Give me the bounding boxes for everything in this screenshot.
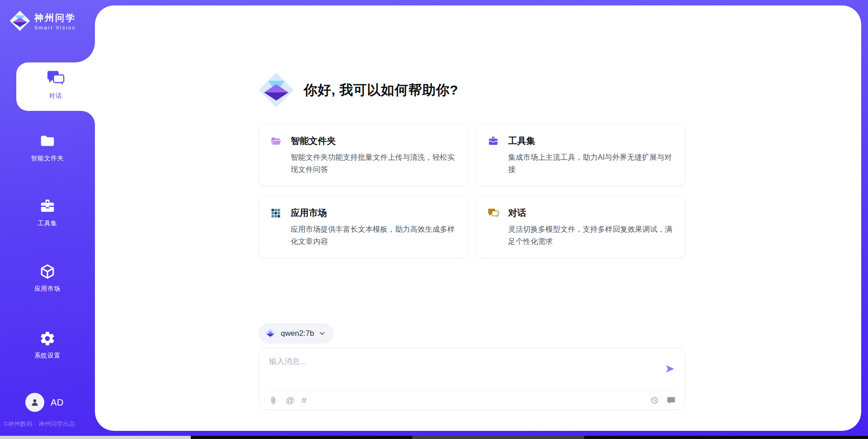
history-button[interactable] xyxy=(650,396,659,405)
sidebar-item-app-market[interactable]: 应用市场 xyxy=(0,263,95,293)
brand-name: 神州问学 xyxy=(34,12,76,24)
chat-icon xyxy=(487,208,499,219)
toolbox-icon xyxy=(0,198,95,216)
card-title: 工具集 xyxy=(508,135,535,147)
brand-subtitle: Smart Vision xyxy=(34,25,76,30)
card-description: 集成市场上主流工具，助力AI与外界无缝扩展与对接 xyxy=(508,151,674,175)
feature-cards: 智能文件夹 智能文件夹功能支持批量文件上传与清洗，轻松实现文件问答 工具集 集成… xyxy=(259,124,685,258)
folder-icon xyxy=(0,133,95,151)
sidebar-item-label: 应用市场 xyxy=(0,285,95,293)
greeting-title: 你好, 我可以如何帮助你? xyxy=(304,81,458,100)
message-input[interactable] xyxy=(269,357,653,366)
copyright-footer: ©神州数码 · 神州问学出品 xyxy=(4,420,94,428)
assistant-diamond-icon xyxy=(258,72,295,109)
card-title: 应用市场 xyxy=(291,207,327,219)
horizontal-scrollbar xyxy=(0,436,868,439)
card-description: 应用市场提供丰富长文本模板，助力高效生成多样化文章内容 xyxy=(291,223,457,247)
composer-toolbar-right xyxy=(642,396,676,405)
history-icon xyxy=(650,396,659,405)
card-description: 智能文件夹功能支持批量文件上传与清洗，轻松实现文件问答 xyxy=(291,151,457,175)
user-name: AD xyxy=(51,397,64,408)
briefcase-icon xyxy=(487,136,499,147)
sidebar-item-settings[interactable]: 系统设置 xyxy=(0,330,95,360)
card-title: 智能文件夹 xyxy=(291,135,336,147)
send-button[interactable] xyxy=(664,363,676,375)
main-panel: 你好, 我可以如何帮助你? 智能文件夹 智能文件夹功能支持批量文件上传与清洗，轻… xyxy=(95,5,861,431)
user-profile[interactable]: AD xyxy=(25,393,64,412)
topic-button[interactable]: # xyxy=(302,396,307,405)
brand: 神州问学 Smart Vision xyxy=(9,10,76,32)
paperclip-icon xyxy=(269,396,278,405)
chevron-down-icon xyxy=(319,330,326,337)
attach-button[interactable] xyxy=(269,396,278,405)
comment-icon xyxy=(666,396,676,405)
folder-icon xyxy=(270,136,282,147)
hash-icon: # xyxy=(302,396,307,405)
scrollbar-thumb[interactable] xyxy=(0,436,191,439)
sidebar: 神州问学 Smart Vision 对话 xyxy=(0,0,95,439)
person-icon xyxy=(29,397,40,408)
feedback-button[interactable] xyxy=(666,396,676,405)
model-diamond-icon xyxy=(265,328,276,339)
sidebar-item-label: 智能文件夹 xyxy=(0,154,95,162)
cube-icon xyxy=(0,263,95,282)
greeting: 你好, 我可以如何帮助你? xyxy=(258,72,458,109)
brand-diamond-icon xyxy=(9,10,31,32)
avatar xyxy=(25,393,44,412)
card-chat[interactable]: 对话 灵活切换多模型文件，支持多样回复效果调试，满足个性化需求 xyxy=(476,196,685,258)
model-selector[interactable]: qwen2:7b xyxy=(259,323,334,344)
sidebar-item-label: 系统设置 xyxy=(0,352,95,360)
scrollbar-thumb[interactable] xyxy=(412,436,584,439)
model-name: qwen2:7b xyxy=(281,329,314,338)
card-app-market[interactable]: 应用市场 应用市场提供丰富长文本模板，助力高效生成多样化文章内容 xyxy=(259,196,468,258)
sidebar-item-label: 对话 xyxy=(16,92,95,100)
sidebar-item-chat[interactable]: 对话 xyxy=(16,62,95,111)
composer-toolbar: @ # xyxy=(269,391,676,410)
app-window: 神州问学 Smart Vision 对话 xyxy=(0,0,868,439)
mention-button[interactable]: @ xyxy=(286,396,294,405)
chat-icon xyxy=(16,70,95,89)
at-icon: @ xyxy=(286,396,294,405)
sidebar-item-toolset[interactable]: 工具集 xyxy=(0,198,95,228)
message-composer: @ # xyxy=(259,348,685,410)
grid-icon xyxy=(270,208,282,219)
send-icon xyxy=(665,363,675,374)
card-title: 对话 xyxy=(508,207,526,219)
gear-icon xyxy=(0,330,95,348)
brand-text: 神州问学 Smart Vision xyxy=(34,12,76,30)
card-toolset[interactable]: 工具集 集成市场上主流工具，助力AI与外界无缝扩展与对接 xyxy=(476,124,685,186)
card-smart-folder[interactable]: 智能文件夹 智能文件夹功能支持批量文件上传与清洗，轻松实现文件问答 xyxy=(259,124,468,186)
card-description: 灵活切换多模型文件，支持多样回复效果调试，满足个性化需求 xyxy=(508,223,674,247)
sidebar-item-folders[interactable]: 智能文件夹 xyxy=(0,133,95,162)
sidebar-item-label: 工具集 xyxy=(0,220,95,228)
